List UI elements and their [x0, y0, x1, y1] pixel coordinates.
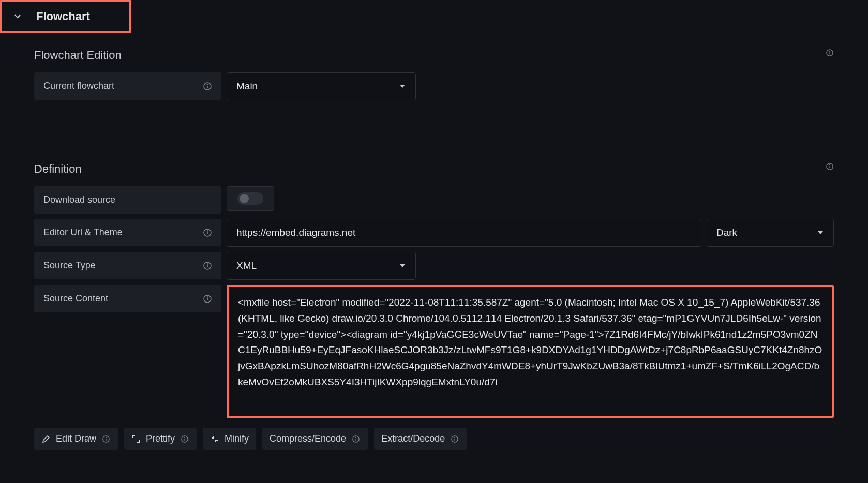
input-editor-url[interactable]	[227, 219, 701, 247]
label-source-content: Source Content	[34, 285, 221, 312]
label-text: Source Type	[43, 260, 96, 271]
info-icon[interactable]	[203, 294, 212, 304]
info-icon[interactable]	[826, 49, 834, 57]
svg-point-23	[106, 437, 107, 437]
label-text: Source Content	[43, 293, 108, 304]
svg-point-9	[830, 165, 830, 165]
edit-draw-button[interactable]: Edit Draw	[34, 428, 118, 450]
caret-down-icon	[399, 262, 406, 269]
info-icon[interactable]	[826, 162, 834, 171]
label-editor-url-theme: Editor Url & Theme	[34, 219, 221, 246]
compress-encode-button[interactable]: Compress/Encode	[262, 428, 368, 450]
svg-marker-6	[400, 85, 405, 88]
info-icon	[180, 434, 189, 444]
info-icon	[351, 434, 361, 444]
svg-point-32	[455, 437, 455, 437]
svg-point-26	[185, 437, 185, 437]
dropdown-value: Main	[236, 81, 258, 92]
chevron-down-icon	[13, 12, 23, 21]
info-icon[interactable]	[203, 82, 212, 91]
svg-point-29	[356, 437, 356, 437]
button-label: Extract/Decode	[381, 433, 445, 444]
section-header[interactable]: Flowchart	[0, 0, 131, 33]
section-title: Flowchart	[36, 10, 90, 23]
group-heading-flowchart-edition: Flowchart Edition	[34, 49, 122, 62]
label-download-source: Download source	[34, 186, 221, 214]
dropdown-theme[interactable]: Dark	[707, 219, 834, 247]
info-icon[interactable]	[203, 261, 212, 270]
button-label: Edit Draw	[56, 433, 96, 444]
toggle-knob	[240, 194, 249, 203]
toggle-container	[227, 186, 274, 211]
label-source-type: Source Type	[34, 252, 221, 279]
edit-icon	[41, 434, 51, 444]
svg-marker-13	[818, 231, 823, 234]
compress-icon	[210, 434, 219, 444]
caret-down-icon	[399, 83, 406, 90]
dropdown-current-flowchart[interactable]: Main	[227, 72, 416, 100]
dropdown-source-type[interactable]: XML	[227, 252, 416, 280]
prettify-button[interactable]: Prettify	[124, 428, 197, 450]
action-button-row: Edit Draw Prettify Minify Compress/Encod…	[0, 428, 868, 450]
group-heading-definition: Definition	[34, 162, 82, 176]
button-label: Compress/Encode	[270, 433, 346, 444]
svg-point-20	[207, 297, 208, 297]
dropdown-value: Dark	[716, 227, 737, 238]
label-text: Editor Url & Theme	[43, 227, 123, 238]
extract-decode-button[interactable]: Extract/Decode	[374, 428, 467, 450]
info-icon[interactable]	[203, 228, 212, 237]
info-icon	[450, 434, 459, 444]
textarea-source-content[interactable]	[227, 285, 834, 418]
svg-point-2	[830, 51, 830, 52]
info-icon	[101, 434, 111, 444]
button-label: Prettify	[146, 433, 175, 444]
label-current-flowchart: Current flowchart	[34, 72, 221, 100]
svg-marker-17	[400, 264, 405, 267]
expand-icon	[131, 434, 141, 444]
svg-point-5	[207, 84, 208, 85]
minify-button[interactable]: Minify	[203, 428, 256, 450]
svg-point-16	[207, 264, 208, 264]
label-text: Current flowchart	[43, 81, 114, 92]
dropdown-value: XML	[236, 260, 257, 271]
caret-down-icon	[817, 229, 824, 236]
svg-point-12	[207, 231, 208, 231]
button-label: Minify	[225, 433, 249, 444]
label-text: Download source	[43, 194, 115, 205]
toggle-download-source[interactable]	[237, 192, 263, 205]
